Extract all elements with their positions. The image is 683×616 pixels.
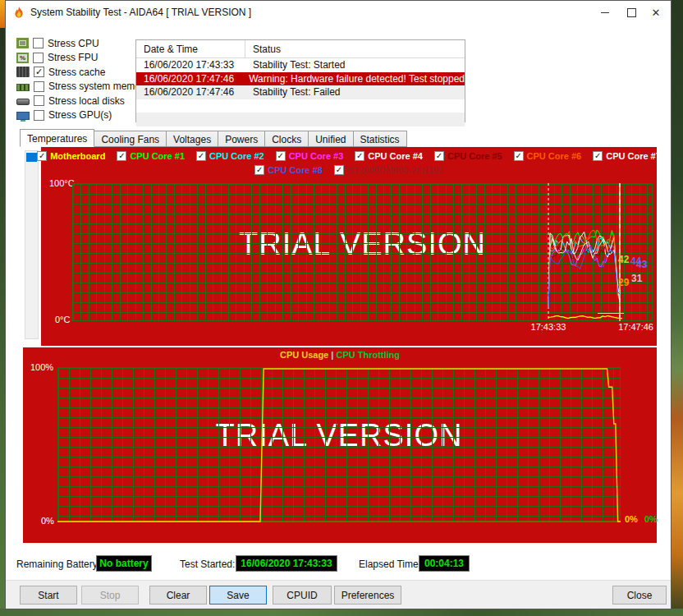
temperature-legend-item: ✓ CPU Core #4 <box>355 151 423 161</box>
close-window-button[interactable]: ✕ <box>643 1 669 25</box>
elapsed-time-label: Elapsed Time: <box>359 559 421 570</box>
legend-checkbox[interactable]: ✓ <box>355 151 364 161</box>
legend-checkbox[interactable]: ✓ <box>514 151 524 161</box>
stress-option-label: Stress cache <box>48 67 105 78</box>
button-bar: StartStopClearSaveCPUIDPreferencesClose <box>6 580 671 609</box>
fpu-icon: % <box>16 53 29 63</box>
usage-current-value: 0% <box>644 514 658 524</box>
stress-checkbox[interactable] <box>34 110 44 121</box>
chart-scrollbar-thumb[interactable] <box>26 153 37 162</box>
usage-plot: TRIAL VERSION <box>57 367 621 522</box>
tab-bar: TemperaturesCooling FansVoltagesPowersCl… <box>20 129 407 147</box>
stress-checkbox[interactable] <box>33 53 44 63</box>
start-button[interactable]: Start <box>20 586 77 605</box>
temp-y-max-label: 100°C <box>49 178 75 188</box>
legend-checkbox[interactable]: ✓ <box>434 151 444 161</box>
legend-label: ST2000DM008-2FR102 <box>347 165 443 175</box>
legend-checkbox[interactable]: ✓ <box>593 151 603 161</box>
stress-option-label: Stress system memory <box>48 80 149 92</box>
tab-voltages[interactable]: Voltages <box>167 131 218 147</box>
clear-button[interactable]: Clear <box>149 586 207 605</box>
tab-clocks[interactable]: Clocks <box>265 131 309 147</box>
stress-checkbox[interactable] <box>34 81 44 92</box>
legend-checkbox[interactable]: ✓ <box>37 151 47 161</box>
app-window: System Stability Test - AIDA64 [ TRIAL V… <box>5 0 672 609</box>
temperature-legend-item: ✓ CPU Core #5 <box>434 151 502 161</box>
temperature-panel: ✓ Motherboard ✓ CPU Core #1 ✓ CPU Core #… <box>41 147 657 346</box>
stress-option-row: ✓ Stress cache <box>16 65 140 80</box>
battery-label: Remaining Battery: <box>16 559 100 570</box>
log-row[interactable] <box>136 99 465 113</box>
status-bar: Remaining Battery: No battery Test Start… <box>6 549 671 579</box>
temperature-legend-item: ✓ CPU Core #8 <box>254 165 323 175</box>
log-datetime: 16/06/2020 17:47:46 <box>136 73 241 85</box>
chart-scrollbar[interactable] <box>25 150 39 339</box>
temperature-legend-item: ✓ CPU Core #6 <box>514 151 582 161</box>
legend-label: Motherboard <box>50 151 105 161</box>
legend-checkbox[interactable]: ✓ <box>117 151 126 161</box>
stress-option-label: Stress GPU(s) <box>48 109 112 121</box>
legend-checkbox[interactable]: ✓ <box>276 151 286 161</box>
close-button[interactable]: Close <box>612 586 667 605</box>
cpu-icon <box>16 38 29 48</box>
usage-current-value: 0% <box>625 514 638 524</box>
usage-chart-title: CPU Usage | CPU Throttling <box>23 350 657 360</box>
maximize-button[interactable] <box>618 1 644 25</box>
temp-x-tick-start: 17:43:33 <box>517 322 580 332</box>
stop-button[interactable]: Stop <box>81 586 139 605</box>
stress-option-row: Stress GPU(s) <box>16 108 140 123</box>
temperature-series-lines <box>72 183 653 321</box>
stress-checkbox[interactable]: ✓ <box>34 67 44 77</box>
temperature-legend-row-1: ✓ Motherboard ✓ CPU Core #1 ✓ CPU Core #… <box>41 151 657 161</box>
elapsed-time-value: 00:04:13 <box>419 555 470 572</box>
log-row[interactable] <box>136 113 465 126</box>
titlebar: System Stability Test - AIDA64 [ TRIAL V… <box>6 1 671 25</box>
temperature-legend-row-2: ✓ CPU Core #8 ✓ ST2000DM008-2FR102 <box>41 165 657 175</box>
test-started-label: Test Started: <box>180 559 235 570</box>
desktop-wallpaper-strip <box>0 609 683 616</box>
stress-option-label: Stress CPU <box>48 38 99 49</box>
minimize-button[interactable] <box>592 1 618 25</box>
legend-checkbox[interactable]: ✓ <box>196 151 206 161</box>
tab-unified[interactable]: Unified <box>309 131 353 147</box>
log-status: Stability Test: Failed <box>245 86 341 98</box>
memory-icon <box>16 84 30 91</box>
cpu-throttling-legend: CPU Throttling <box>336 350 400 360</box>
disk-icon <box>16 99 30 105</box>
temperature-legend-item: ✓ CPU Core #1 <box>117 151 185 161</box>
stress-checkbox[interactable] <box>33 38 44 48</box>
log-row[interactable]: 16/06/2020 17:47:46Stability Test: Faile… <box>136 85 465 99</box>
temperature-legend-item: ✓ CPU Core #7 <box>593 151 661 161</box>
log-row-warning[interactable]: 16/06/2020 17:47:46Warning: Hardware fai… <box>136 72 465 86</box>
save-button[interactable]: Save <box>209 586 267 605</box>
stress-option-row: Stress CPU <box>16 36 140 51</box>
temp-current-value: 42 <box>618 254 629 265</box>
legend-checkbox[interactable]: ✓ <box>334 165 344 175</box>
gpu-icon <box>16 112 30 120</box>
usage-y-min-label: 0% <box>41 516 54 526</box>
tab-powers[interactable]: Powers <box>218 131 265 147</box>
log-row[interactable]: 16/06/2020 17:43:33Stability Test: Start… <box>136 58 465 72</box>
legend-label: CPU Core #3 <box>289 151 344 161</box>
log-status: Stability Test: Started <box>245 59 346 71</box>
legend-checkbox[interactable]: ✓ <box>254 165 264 175</box>
tab-statistics[interactable]: Statistics <box>354 131 407 147</box>
cpuid-button[interactable]: CPUID <box>273 586 332 605</box>
column-header-datetime[interactable]: Date & Time <box>136 40 245 57</box>
temp-current-value: 31 <box>631 273 642 284</box>
cpu-usage-legend: CPU Usage <box>280 350 328 360</box>
flame-icon <box>12 6 25 19</box>
legend-label: CPU Core #7 <box>606 151 661 161</box>
tab-temperatures[interactable]: Temperatures <box>20 129 94 147</box>
stress-checkbox[interactable] <box>34 95 44 106</box>
legend-label: CPU Core #4 <box>368 151 423 161</box>
log-datetime: 16/06/2020 17:43:33 <box>136 59 245 71</box>
preferences-button[interactable]: Preferences <box>334 586 401 605</box>
legend-label: CPU Core #8 <box>268 165 323 175</box>
event-log-table: Date & Time Status 16/06/2020 17:43:33St… <box>135 39 465 122</box>
column-header-status[interactable]: Status <box>245 44 281 55</box>
tab-cooling-fans[interactable]: Cooling Fans <box>94 131 167 147</box>
stress-option-label: Stress local disks <box>48 95 125 107</box>
test-started-value: 16/06/2020 17:43:33 <box>236 555 337 572</box>
temp-current-value: 43 <box>636 259 647 270</box>
